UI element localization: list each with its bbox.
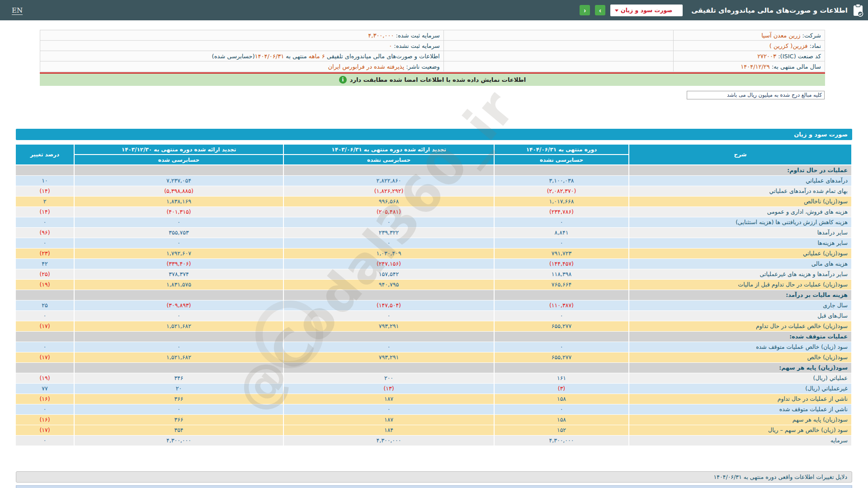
row-label: سود(زیان) پایه هر سهم bbox=[629, 414, 852, 425]
row-value: ۰ bbox=[74, 342, 283, 352]
row-label: هزینه های فروش، اداری و عمومی bbox=[629, 206, 852, 217]
row-value: ۰ bbox=[494, 238, 629, 248]
statement-select-value: صورت سود و زیان bbox=[621, 7, 672, 14]
row-value: ۰ bbox=[494, 217, 629, 227]
row-value: ۹۴۰,۷۹۵ bbox=[283, 279, 494, 290]
row-label: هزینه های مالی bbox=[629, 258, 852, 269]
unregistered-capital-label: سرمایه ثبت نشده: bbox=[394, 42, 439, 49]
row-value: (۲,۰۸۲,۳۷۰) bbox=[494, 186, 629, 196]
row-value: ۱,۸۳۱,۵۷۵ bbox=[74, 279, 283, 290]
row-value: ۱۸۷ bbox=[283, 394, 494, 404]
clipboard-check-icon bbox=[853, 4, 863, 17]
row-value: ۱۸۴ bbox=[283, 425, 494, 435]
company-info-table: شرکت: زرین معدن آسیا سرمایه ثبت شده: ۴,۳… bbox=[40, 30, 825, 72]
row-value: ۱,۷۹۲,۶۰۷ bbox=[74, 248, 283, 258]
table-row: سایر هزینه‌ها۰۰۰۰ bbox=[15, 238, 852, 248]
info-row: شرکت: زرین معدن آسیا سرمایه ثبت شده: ۴,۳… bbox=[40, 30, 825, 41]
row-value bbox=[15, 290, 74, 300]
row-value: ۸,۸۴۱ bbox=[494, 227, 629, 238]
row-value bbox=[74, 362, 283, 373]
row-label: عملیات در حال تداوم: bbox=[629, 165, 852, 175]
issuer-status-value: پذیرفته شده در فرابورس ایران bbox=[328, 63, 405, 70]
table-row: ناشي از عملیات متوقف شده۰۰۰۰ bbox=[15, 404, 852, 414]
row-value bbox=[74, 290, 283, 300]
isic-code-label: کد صنعت (ISIC): bbox=[778, 53, 821, 60]
row-value: ۴۲ bbox=[15, 258, 74, 269]
row-value: ۱,۰۱۷,۶۶۸ bbox=[494, 196, 629, 206]
row-value: ۰ bbox=[15, 342, 74, 352]
table-row: سرمایه۴,۳۰۰,۰۰۰۴,۳۰۰,۰۰۰۴,۳۰۰,۰۰۰۰ bbox=[15, 435, 852, 446]
row-value: (۵,۳۹۸,۸۸۵) bbox=[74, 186, 283, 196]
row-value: ۲,۸۲۲,۸۶۰ bbox=[283, 175, 494, 186]
table-row: هزینه های فروش، اداری و عمومی(۲۳۴,۷۸۶)(۲… bbox=[15, 206, 852, 217]
row-value: ۱,۸۳۸,۱۶۹ bbox=[74, 196, 283, 206]
row-value: (۱۴) bbox=[15, 186, 74, 196]
row-value: ۰ bbox=[74, 310, 283, 321]
symbol-value: فزرین( کزرین ) bbox=[769, 42, 808, 49]
table-row: سود(زیان) ناخالص۱,۰۱۷,۶۶۸۹۹۶,۵۶۸۱,۸۳۸,۱۶… bbox=[15, 196, 852, 206]
change-reasons-section-header[interactable]: دلایل تغییرات اطلاعات واقعی دوره منتهی ب… bbox=[16, 471, 852, 483]
row-value bbox=[74, 331, 283, 342]
registered-capital-value: ۴,۳۰۰,۰۰۰ bbox=[368, 32, 394, 39]
section-row: عملیات متوقف شده: bbox=[15, 331, 852, 342]
row-value: (۳۳۹,۴۰۶) bbox=[74, 258, 283, 269]
row-value: (۱,۸۲۶,۲۹۲) bbox=[283, 186, 494, 196]
row-value: (۲۵) bbox=[15, 269, 74, 279]
page-title: اطلاعات و صورت‌های مالی میاندوره‌ای تلفی… bbox=[691, 6, 848, 14]
table-row: سال جاری(۱۱۰,۳۸۷)(۱۴۷,۵۰۴)(۳۰۹,۸۹۳)۲۵ bbox=[15, 300, 852, 310]
row-label: عملیاتي (ریال) bbox=[629, 373, 852, 383]
row-label: هزینه کاهش ارزش دریافتنی ها (هزینه استثن… bbox=[629, 217, 852, 227]
table-row: سایر درآمدها۸,۸۴۱۲۳۹,۳۲۲۳۵۵,۷۵۳(۹۶) bbox=[15, 227, 852, 238]
statement-line-mid: منتهی به bbox=[284, 53, 309, 60]
prev-statement-button[interactable]: ‹ bbox=[580, 5, 590, 15]
income-statement-section: صورت سود و زیان شرح دوره منتهی به ۱۴۰۴/۰… bbox=[16, 129, 852, 446]
statement-select[interactable]: صورت سود و زیان bbox=[610, 5, 683, 16]
issuer-status-label: وضعیت ناشر: bbox=[406, 63, 439, 70]
table-row: سود(زیان) عملیاتي۷۹۱,۷۲۳۱,۰۳۰,۴۰۹۱,۷۹۲,۶… bbox=[15, 248, 852, 258]
row-value: ۳,۱۰۰,۰۳۸ bbox=[494, 175, 629, 186]
row-value bbox=[494, 331, 629, 342]
row-value: ۱۸۷ bbox=[283, 414, 494, 425]
col-header-period-current: دوره منتهی به ۱۴۰۴/۰۶/۳۱ bbox=[494, 144, 629, 155]
next-statement-button[interactable]: › bbox=[595, 5, 605, 15]
col-subheader-audited: حسابرسی شده bbox=[74, 155, 283, 165]
unregistered-capital-value: ۰ bbox=[389, 42, 392, 49]
row-value: ۳۵۵,۷۵۳ bbox=[74, 227, 283, 238]
row-value: (۱۶) bbox=[15, 414, 74, 425]
row-value: ۰ bbox=[15, 217, 74, 227]
row-label: سود(زیان) عملیات در حال تداوم قبل از مال… bbox=[629, 279, 852, 290]
row-value: (۹۶) bbox=[15, 227, 74, 238]
info-row: سال مالی منتهی به: ۱۴۰۴/۱۲/۲۹ وضعیت ناشر… bbox=[40, 61, 825, 72]
table-row: سود(زیان) خالص۶۵۵,۲۷۷۷۹۳,۲۹۱۱,۵۲۱,۶۸۲(۱۷… bbox=[15, 352, 852, 362]
row-value: ۰ bbox=[494, 342, 629, 352]
row-value: ۱۵۸ bbox=[494, 394, 629, 404]
english-language-link[interactable]: EN bbox=[12, 6, 23, 14]
row-value: ۳۵۴ bbox=[74, 425, 283, 435]
row-value bbox=[283, 362, 494, 373]
table-row: سود (زیان) خالص هر سهم – ریال۱۵۲۱۸۴۳۵۴(۱… bbox=[15, 425, 852, 435]
row-label: غیرعملیاتي (ریال) bbox=[629, 383, 852, 394]
row-value: ۱۶۱ bbox=[494, 373, 629, 383]
row-value: ۳۶۶ bbox=[74, 394, 283, 404]
row-value: ۲۰ bbox=[74, 383, 283, 394]
income-table-header: شرح دوره منتهی به ۱۴۰۴/۰۶/۳۱ تجدید ارائه… bbox=[15, 144, 852, 165]
row-value: ۷,۲۳۷,۰۵۴ bbox=[74, 175, 283, 186]
row-value bbox=[15, 362, 74, 373]
row-value: ۱,۵۲۱,۶۸۲ bbox=[74, 352, 283, 362]
currency-unit-note: کلیه مبالغ درج شده به میلیون ریال می باش… bbox=[687, 91, 825, 99]
info-spacer bbox=[443, 61, 674, 72]
row-label: سال جاری bbox=[629, 300, 852, 310]
company-label: شرکت: bbox=[802, 32, 821, 39]
row-label: سود(زیان) عملیاتي bbox=[629, 248, 852, 258]
row-value: ۱۵۸ bbox=[494, 414, 629, 425]
row-value: (۴۰۱,۳۱۵) bbox=[74, 206, 283, 217]
row-value: (۱۹) bbox=[15, 279, 74, 290]
row-value: ۶۵۵,۲۷۷ bbox=[494, 352, 629, 362]
col-header-period-prior: تجدید ارائه شده دوره منتهی به ۱۴۰۳/۰۶/۳۱ bbox=[283, 144, 494, 155]
row-value: ۰ bbox=[74, 217, 283, 227]
signature-match-notice: اطلاعات نمایش داده شده با اطلاعات امضا ش… bbox=[40, 74, 825, 86]
col-header-period-yearend: تجدید ارائه شده دوره منتهی به ۱۴۰۳/۱۲/۳۰ bbox=[74, 144, 283, 155]
isic-code-value: ۲۷۲۰۰۳ bbox=[757, 53, 776, 60]
table-row: درآمدهای عملیاتي۳,۱۰۰,۰۳۸۲,۸۲۲,۸۶۰۷,۲۳۷,… bbox=[15, 175, 852, 186]
row-label: سرمایه bbox=[629, 435, 852, 446]
